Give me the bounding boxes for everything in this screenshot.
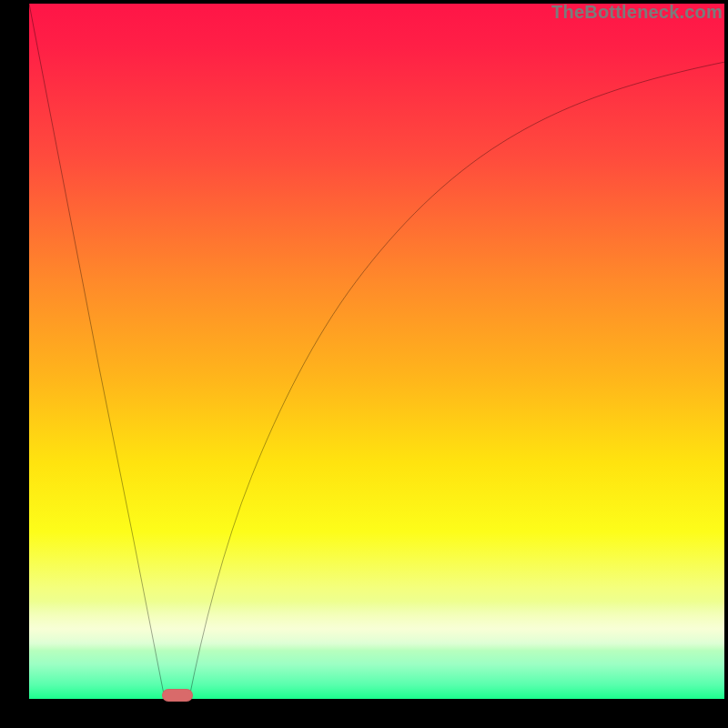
optimal-marker	[162, 689, 193, 702]
bottleneck-curve	[29, 4, 724, 699]
plot-area	[29, 4, 724, 699]
pale-band	[29, 602, 724, 650]
chart-frame: TheBottleneck.com	[0, 0, 728, 728]
